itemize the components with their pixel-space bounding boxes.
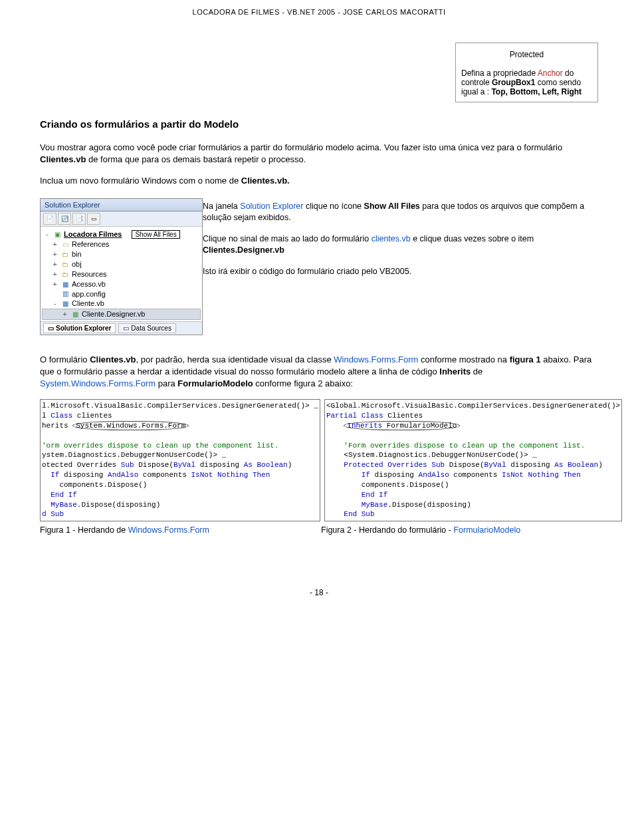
text: de (471, 366, 482, 376)
code: Dispose( (134, 461, 173, 469)
expand-icon[interactable]: + (51, 270, 58, 279)
solution-explorer-instructions: Na janela Solution Explorer clique no íc… (203, 198, 598, 335)
tree-label: Cliente.Designer.vb (82, 310, 145, 318)
code-kw: ByVal (484, 461, 506, 469)
text: Inclua um novo formulário Windows com o … (40, 176, 241, 186)
code: Dispose( (445, 461, 484, 469)
tree-item-selected[interactable]: + ▦ Cliente.Designer.vb (42, 309, 201, 320)
code-pane: l.Microsoft.VisualBasic.CompilerServices… (42, 401, 318, 519)
tree-label: obj (72, 260, 82, 268)
code: .Dispose(disposing) (77, 501, 160, 509)
code: Clientes (383, 412, 423, 420)
toolbar-button[interactable]: 📄 (43, 213, 56, 225)
code-kw: MyBase (51, 501, 77, 509)
tree-item[interactable]: + 🗀 obj (42, 259, 201, 269)
code-kw: End If (362, 491, 388, 499)
code: components (138, 471, 191, 479)
text: de forma que para os demais bastará repe… (86, 154, 306, 164)
anchor-word: Anchor (538, 69, 563, 78)
code: components.Dispose() (326, 481, 449, 489)
text: para (156, 378, 177, 388)
text: Figura 2 - Herdando do formulário - (321, 525, 453, 535)
tree-item[interactable]: + ▭ References (42, 239, 201, 249)
code-comment: 'Form overrides dispose to clean up the … (344, 442, 585, 450)
code: components (449, 471, 502, 479)
figure-1-caption: Figura 1 - Herdando de Windows.Forms.For… (40, 525, 317, 535)
solution-explorer-toolbar: 📄 🔃 📑 ▭ (41, 211, 202, 227)
toolbar-button[interactable]: 📑 (72, 213, 86, 225)
code-kw: Partial (326, 412, 362, 420)
vb-file-icon: ▦ (60, 300, 70, 307)
groupbox-word: GroupBox1 (492, 78, 535, 87)
code-kw: d Sub (42, 510, 64, 518)
tab-label: Data Sources (131, 325, 171, 332)
tree-label: bin (72, 250, 82, 258)
tab-data-sources[interactable]: ▭Data Sources (118, 323, 176, 333)
tree-label: Resources (72, 270, 107, 278)
tree-item[interactable]: + 🗀 Resources (42, 269, 201, 279)
code-kw: As Boolean (554, 461, 598, 469)
class-name: FormularioModelo (453, 525, 520, 535)
tab-label: Solution Explorer (56, 325, 111, 332)
code: l.Microsoft.VisualBasic.CompilerServices… (42, 402, 310, 410)
link-text: Solution Explorer (240, 202, 303, 211)
paragraph: O formulário Clientes.vb, por padrão, he… (40, 354, 598, 390)
show-all-files-callout: Show All Files (132, 230, 179, 239)
tree-item[interactable]: ▥ app.config (42, 289, 201, 299)
figure-2-caption: Figura 2 - Herdando do formulário - Form… (321, 525, 598, 535)
toolbar-button[interactable]: ▭ (87, 213, 100, 225)
code-kw: IsNot Nothing Then (191, 471, 270, 479)
tab-icon: ▭ (48, 325, 54, 332)
code: l (42, 412, 51, 420)
code-kw: If (51, 471, 59, 479)
tree-item[interactable]: + 🗀 bin (42, 249, 201, 259)
code-kw: AndAlso (108, 471, 138, 479)
code-pane: <Global.Microsoft.VisualBasic.CompilerSe… (326, 401, 620, 519)
project-name: Locadora Filmes (64, 230, 122, 238)
code: FormularioModelo (382, 422, 457, 430)
filename: Clientes.vb (40, 154, 86, 164)
tab-solution-explorer[interactable]: ▭Solution Explorer (43, 323, 116, 333)
filename: Clientes.vb. (241, 176, 290, 186)
tree-item[interactable]: - ▦ Cliente.vb (42, 299, 201, 309)
vb-file-icon: ▦ (60, 281, 70, 288)
code-kw: Inherits (347, 422, 382, 430)
config-file-icon: ▥ (60, 290, 70, 297)
paragraph: Inclua um novo formulário Windows com o … (40, 175, 598, 187)
code: <Global.Microsoft.VisualBasic.CompilerSe… (326, 402, 620, 410)
expand-icon[interactable]: + (51, 250, 58, 259)
text: conforme figura 2 abaixo: (253, 378, 353, 388)
anchor-note: Defina a propriedade Anchor do controle … (461, 69, 592, 96)
tree-item[interactable]: + ▦ Acesso.vb (42, 279, 201, 289)
code: ) (288, 461, 292, 469)
tree-label: app.config (72, 290, 106, 298)
code-kw: IsNot Nothing Then (502, 471, 581, 479)
code-kw: As Boolean (244, 461, 288, 469)
figure-ref: figura 1 (510, 354, 541, 364)
expand-icon[interactable]: + (61, 310, 68, 319)
project-icon: ▣ (53, 231, 62, 238)
solution-explorer-tree: - ▣ Locadora Filmes Show All Files + ▭ R… (41, 227, 202, 321)
code-kw: Sub (431, 461, 445, 469)
class-name: FormularioModelo (177, 378, 253, 388)
code: components.Dispose() (42, 481, 147, 489)
class-name: Windows.Forms.Form (128, 525, 209, 535)
expand-icon[interactable]: - (43, 230, 51, 239)
code-kw: End If (51, 491, 77, 499)
figure-2-code: <Global.Microsoft.VisualBasic.CompilerSe… (324, 399, 622, 521)
filename: Clientes.vb (90, 354, 136, 364)
anchor-values: Top, Bottom, Left, Right (491, 87, 582, 96)
code: _ (314, 402, 318, 410)
expand-icon[interactable]: + (51, 240, 58, 249)
expand-icon[interactable]: + (51, 280, 58, 289)
code: otected Overrides (42, 461, 121, 469)
text: clique no ícone (304, 202, 364, 211)
expand-icon[interactable]: - (51, 299, 58, 308)
code: <System.Diagnostics.DebuggerNonUserCode(… (344, 451, 536, 459)
text: Vou mostrar agora como você pode criar f… (40, 142, 562, 152)
code-kw: MyBase (362, 501, 388, 509)
text: Na janela (203, 202, 240, 211)
tree-project[interactable]: - ▣ Locadora Filmes Show All Files (42, 229, 201, 239)
toolbar-button[interactable]: 🔃 (58, 213, 71, 225)
expand-icon[interactable]: + (51, 260, 58, 269)
